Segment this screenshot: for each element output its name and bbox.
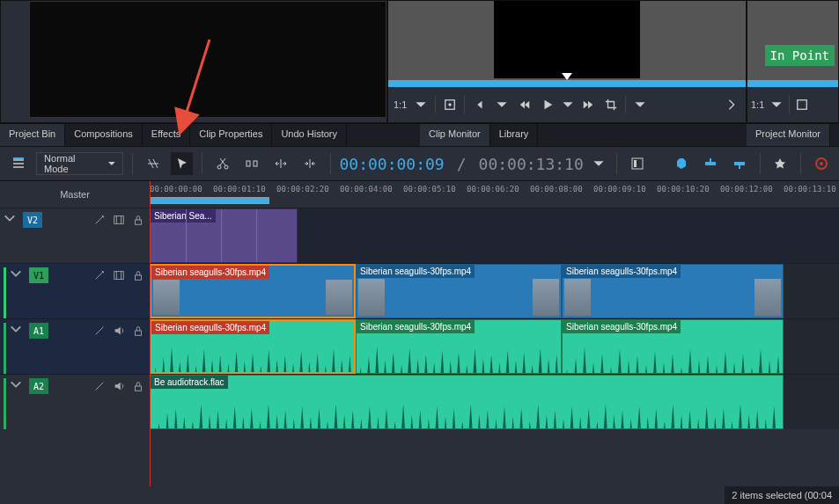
marker-1-icon[interactable] <box>671 152 693 175</box>
tab-library[interactable]: Library <box>490 124 539 146</box>
svg-point-4 <box>224 165 228 169</box>
clip-a1-0[interactable]: Siberian seagulls-30fps.mp4 <box>150 319 356 374</box>
track-a1: A1 Siberian seagulls-30fps.mp4 Siberian … <box>0 318 839 374</box>
right-monitor-timeline[interactable] <box>747 80 838 87</box>
track-header-v1[interactable]: V1 <box>0 264 150 318</box>
collapse-track-icon[interactable] <box>10 378 26 392</box>
crop-icon[interactable] <box>602 96 620 113</box>
prev-chevron-icon[interactable] <box>493 96 511 113</box>
clip-monitor-preview[interactable] <box>494 1 640 78</box>
set-zone-icon[interactable] <box>441 96 459 113</box>
master-label[interactable]: Master <box>0 181 150 208</box>
favorite-icon[interactable] <box>769 152 791 175</box>
rewind-icon[interactable] <box>516 96 534 113</box>
timeline-ruler[interactable]: 00:00:00:00 00:00:01:10 00:00:02:20 00:0… <box>150 181 839 208</box>
track-content-v1[interactable]: Siberian seagulls-30fps.mp4 Siberian sea… <box>150 264 839 318</box>
ruler-tick: 00:00:08:00 <box>530 185 583 194</box>
monitor-controls: 1:1 <box>388 87 746 122</box>
selection-tool-icon[interactable] <box>171 152 193 175</box>
render-icon[interactable] <box>810 152 832 175</box>
mixer-icon[interactable] <box>626 152 648 175</box>
tab-undo-history[interactable]: Undo History <box>272 124 347 146</box>
clip-v1-2[interactable]: Siberian seagulls-30fps.mp4 <box>562 264 784 318</box>
prev-point-icon[interactable] <box>470 96 488 113</box>
play-dropdown-icon[interactable] <box>562 96 574 113</box>
zoom-ratio[interactable]: 1:1 <box>394 99 407 110</box>
timeline-zone[interactable] <box>150 197 269 204</box>
timecode-dropdown-icon[interactable] <box>591 155 607 172</box>
effects-track-icon[interactable] <box>92 267 107 283</box>
collapse-track-icon[interactable] <box>10 267 26 281</box>
collapse-track-icon[interactable] <box>4 212 19 226</box>
play-icon[interactable] <box>539 96 556 113</box>
effects-track-icon[interactable] <box>92 212 107 228</box>
track-a2: A2 Be audiotrack.flac <box>0 374 839 429</box>
svg-rect-6 <box>254 161 257 166</box>
clip-a2-0[interactable]: Be audiotrack.flac <box>150 375 784 429</box>
menu-icon[interactable] <box>7 152 29 175</box>
spacer-tool-icon[interactable] <box>240 152 262 175</box>
ruler-tick: 00:00:00:00 <box>150 185 202 194</box>
monitor-timeline[interactable] <box>388 80 746 87</box>
lock-track-icon[interactable] <box>130 378 146 394</box>
edit-mode-dropdown[interactable]: Normal Mode <box>36 152 123 175</box>
film-track-icon[interactable] <box>111 212 127 228</box>
clip-label: Siberian Sea... <box>151 209 216 223</box>
timeline: Master 00:00:00:00 00:00:01:10 00:00:02:… <box>0 181 839 486</box>
track-header-v2[interactable]: V2 <box>0 208 150 263</box>
tab-project-bin[interactable]: Project Bin <box>0 124 65 146</box>
collapse-track-icon[interactable] <box>10 323 26 337</box>
tab-clip-monitor[interactable]: Clip Monitor <box>420 124 490 146</box>
status-bar: 2 items selected (00:04 <box>725 486 839 504</box>
svg-point-12 <box>820 162 823 165</box>
track-label: A2 <box>29 378 48 394</box>
clip-a1-2[interactable]: Siberian seagulls-30fps.mp4 <box>562 319 784 374</box>
mute-track-icon[interactable] <box>111 378 127 394</box>
set-zone-right-icon[interactable] <box>793 96 811 113</box>
svg-point-3 <box>217 165 221 169</box>
track-content-a1[interactable]: Siberian seagulls-30fps.mp4 Siberian sea… <box>150 319 839 374</box>
zoom-dropdown-right-icon[interactable] <box>768 96 785 113</box>
marker-2-icon[interactable] <box>700 152 722 175</box>
svg-rect-15 <box>114 272 124 280</box>
tab-project-monitor[interactable]: Project Monitor <box>747 124 830 146</box>
clip-label: Siberian seagulls-30fps.mp4 <box>151 321 269 334</box>
svg-rect-18 <box>136 386 142 391</box>
mute-track-icon[interactable] <box>111 323 127 339</box>
clip-v1-0[interactable]: Siberian seagulls-30fps.mp4 <box>150 264 356 318</box>
tab-effects[interactable]: Effects <box>143 124 190 146</box>
insert-zone-icon[interactable] <box>298 152 320 175</box>
clip-label: Siberian seagulls-30fps.mp4 <box>563 320 681 333</box>
crop-dropdown-icon[interactable] <box>631 96 649 113</box>
more-right-icon[interactable] <box>723 96 740 113</box>
effects-track-icon[interactable] <box>92 323 107 339</box>
lock-track-icon[interactable] <box>130 212 146 228</box>
timecode-current[interactable]: 00:00:00:09 <box>339 155 444 173</box>
fit-zoom-icon[interactable] <box>269 152 291 175</box>
zoom-dropdown-icon[interactable] <box>412 96 430 113</box>
track-content-a2[interactable]: Be audiotrack.flac <box>150 375 839 429</box>
track-label: A1 <box>29 323 48 339</box>
zoom-ratio-right[interactable]: 1:1 <box>751 99 764 110</box>
tab-compositions[interactable]: Compositions <box>65 124 143 146</box>
track-v1: V1 Siberian seagulls-30fps.mp4 Siberian … <box>0 263 839 318</box>
ruler-tick: 00:00:04:00 <box>340 185 393 194</box>
track-header-a2[interactable]: A2 <box>0 375 150 429</box>
track-header-a1[interactable]: A1 <box>0 319 150 374</box>
lock-track-icon[interactable] <box>130 323 146 339</box>
tab-sp[interactable]: Sp <box>830 124 839 146</box>
svg-rect-17 <box>136 331 142 335</box>
clip-v1-1[interactable]: Siberian seagulls-30fps.mp4 <box>356 264 562 318</box>
clip-v2-0[interactable]: Siberian Sea... <box>150 208 298 263</box>
tab-clip-properties[interactable]: Clip Properties <box>190 124 272 146</box>
effects-track-icon[interactable] <box>92 378 107 394</box>
forward-icon[interactable] <box>579 96 597 113</box>
track-compositing-icon[interactable] <box>142 152 164 175</box>
clip-a1-1[interactable]: Siberian seagulls-30fps.mp4 <box>356 319 562 374</box>
film-track-icon[interactable] <box>111 267 127 283</box>
monitor-playhead-icon[interactable] <box>562 73 572 80</box>
marker-3-icon[interactable] <box>729 152 751 175</box>
razor-tool-icon[interactable] <box>211 152 233 175</box>
track-content-v2[interactable]: Siberian Sea... <box>150 208 839 263</box>
lock-track-icon[interactable] <box>130 267 146 283</box>
